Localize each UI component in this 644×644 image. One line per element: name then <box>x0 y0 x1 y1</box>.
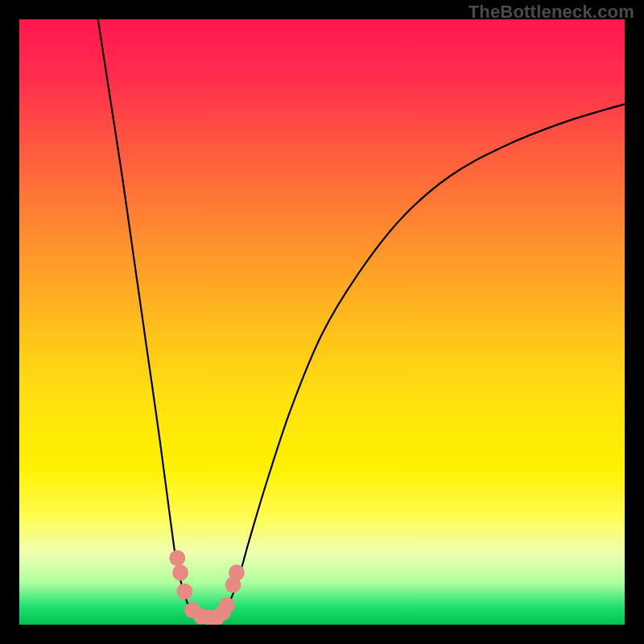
curve-lines <box>98 19 625 619</box>
curve-markers <box>169 550 245 625</box>
marker-point <box>219 597 235 613</box>
series-right-curve <box>225 104 625 613</box>
series-left-curve <box>98 19 195 613</box>
marker-point <box>176 584 192 600</box>
marker-point <box>172 564 188 580</box>
marker-point <box>229 564 245 580</box>
marker-point <box>169 550 185 566</box>
chart-frame <box>19 19 625 625</box>
chart-svg <box>19 19 625 625</box>
